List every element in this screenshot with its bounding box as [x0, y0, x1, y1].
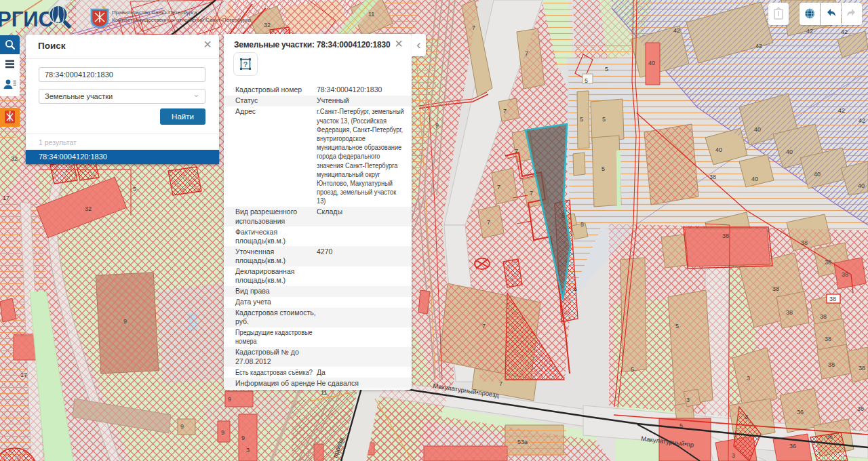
svg-text:36: 36	[857, 405, 864, 412]
svg-text:3: 3	[745, 414, 748, 420]
svg-text:3: 3	[246, 447, 250, 454]
svg-text:11: 11	[368, 11, 374, 18]
svg-text:7: 7	[487, 219, 490, 226]
svg-text:40: 40	[715, 146, 722, 153]
svg-text:5: 5	[602, 116, 606, 123]
svg-text:9: 9	[228, 396, 231, 403]
svg-text:5: 5	[605, 66, 608, 73]
svg-text:РГИС: РГИС	[0, 7, 54, 31]
svg-text:7: 7	[525, 50, 528, 57]
svg-text:40: 40	[648, 60, 655, 66]
svg-text:9: 9	[180, 423, 184, 430]
svg-text:38: 38	[722, 233, 729, 239]
svg-text:5: 5	[675, 323, 679, 329]
svg-text:3: 3	[732, 452, 735, 459]
svg-text:5: 5	[679, 422, 683, 429]
svg-text:32: 32	[11, 155, 18, 162]
svg-text:9: 9	[123, 318, 127, 325]
svg-text:9: 9	[435, 122, 439, 129]
svg-text:7: 7	[499, 380, 502, 387]
svg-text:17: 17	[20, 372, 27, 378]
svg-text:38: 38	[825, 336, 831, 342]
svg-text:40: 40	[858, 182, 865, 189]
svg-text:5: 5	[133, 186, 136, 193]
svg-text:3: 3	[747, 375, 750, 382]
svg-text:36: 36	[789, 443, 796, 449]
svg-text:38: 38	[828, 361, 835, 368]
svg-text:38: 38	[772, 285, 779, 292]
svg-text:32: 32	[85, 205, 92, 212]
svg-text:42: 42	[806, 28, 813, 35]
svg-text:?: ?	[243, 60, 248, 68]
svg-text:38: 38	[820, 313, 827, 320]
svg-text:5: 5	[585, 77, 588, 84]
svg-text:38: 38	[859, 365, 865, 372]
svg-text:38: 38	[709, 174, 716, 180]
svg-text:38: 38	[829, 296, 836, 302]
svg-text:5: 5	[631, 366, 634, 373]
svg-text:40: 40	[814, 171, 821, 178]
svg-text:40: 40	[751, 176, 758, 182]
svg-text:40: 40	[786, 148, 793, 155]
svg-text:38: 38	[825, 259, 831, 266]
svg-text:42: 42	[755, 43, 762, 49]
svg-text:5: 5	[601, 165, 605, 172]
svg-text:36: 36	[797, 409, 804, 416]
svg-text:7: 7	[530, 190, 533, 197]
svg-text:7: 7	[482, 323, 486, 329]
svg-text:42: 42	[673, 27, 680, 34]
svg-text:5: 5	[574, 285, 577, 292]
svg-text:38: 38	[786, 309, 793, 316]
svg-text:42: 42	[838, 107, 845, 114]
svg-text:42: 42	[859, 117, 865, 124]
svg-text:9: 9	[241, 435, 245, 441]
svg-text:53а: 53а	[517, 439, 528, 445]
svg-text:7: 7	[515, 148, 518, 155]
svg-text:7: 7	[503, 108, 507, 115]
svg-text:38: 38	[801, 239, 808, 246]
svg-text:42: 42	[841, 28, 848, 35]
svg-text:11: 11	[321, 389, 327, 396]
svg-text:9: 9	[221, 429, 224, 436]
svg-text:5: 5	[580, 221, 584, 228]
svg-text:7: 7	[497, 184, 500, 191]
svg-text:5: 5	[580, 116, 583, 123]
svg-text:5: 5	[561, 212, 565, 219]
svg-text:38: 38	[842, 271, 848, 278]
svg-text:36: 36	[826, 433, 833, 440]
svg-text:3: 3	[686, 397, 690, 403]
svg-text:17: 17	[3, 195, 9, 201]
svg-text:7: 7	[472, 24, 475, 31]
svg-text:40: 40	[754, 126, 761, 133]
